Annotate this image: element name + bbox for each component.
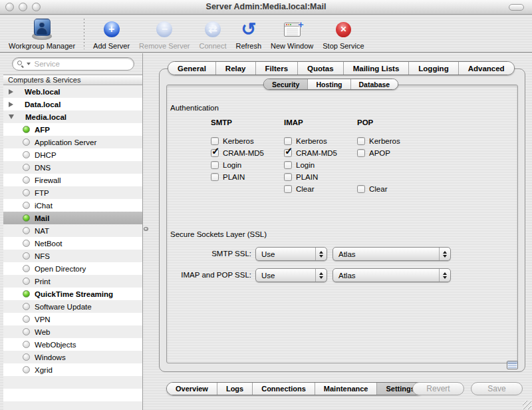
toolbar-item-stop-service[interactable]: ✕Stop Service (323, 17, 364, 50)
toolbar-item-workgroup-manager[interactable]: Workgroup Manager (9, 17, 75, 50)
tab-quotas[interactable]: Quotas (298, 62, 344, 75)
checkbox-unchecked[interactable] (357, 137, 365, 145)
sidebar-service-firewall[interactable]: Firewall (3, 174, 142, 186)
sidebar-service-dns[interactable]: DNS (3, 161, 142, 174)
status-dot-off (23, 176, 30, 184)
checkbox-checked[interactable]: ✓ (211, 149, 219, 157)
checkbox-unchecked[interactable] (211, 173, 219, 181)
auth-option-row: ✓CRAM-MD5 (211, 147, 284, 159)
auth-column-header: POP (357, 118, 430, 128)
resize-grip[interactable] (523, 401, 531, 409)
sidebar-service-software-update[interactable]: Software Update (3, 300, 142, 313)
popup-selected-value: Use (261, 250, 275, 258)
title-bar: Server Admin:Media.local:Mail (0, 0, 532, 15)
toolbar-item-connect[interactable]: ⇄Connect (200, 17, 227, 50)
toolbar-toggle-pill[interactable] (509, 4, 524, 11)
sidebar-service-print[interactable]: Print (3, 275, 142, 288)
window-title: Server Admin:Media.local:Mail (0, 0, 532, 15)
disclosure-triangle-icon[interactable] (9, 89, 13, 95)
sidebar: Service Computers & Services Web.localDa… (3, 53, 143, 410)
checkbox-label: Clear (296, 185, 314, 193)
tab-filters[interactable]: Filters (256, 62, 299, 75)
toolbar-item-new-window[interactable]: +New Window (271, 17, 313, 50)
disclosure-triangle-icon[interactable] (9, 102, 13, 107)
status-dot-off (23, 366, 30, 373)
tab-advanced[interactable]: Advanced (459, 62, 514, 75)
ssl-mode-popup[interactable]: Use (255, 247, 327, 261)
sidebar-service-webobjects[interactable]: WebObjects (3, 338, 142, 351)
sidebar-service-nat[interactable]: NAT (3, 224, 142, 237)
checkbox-label: Kerberos (369, 137, 400, 145)
sidebar-service-vpn[interactable]: VPN (3, 313, 142, 325)
auth-option-row: Kerberos (357, 135, 430, 147)
bottom-tab-maintenance[interactable]: Maintenance (315, 383, 378, 395)
service-label: Windows (35, 353, 66, 361)
status-dot-off (23, 252, 30, 260)
status-dot-off (23, 328, 30, 335)
status-dot-off (23, 240, 30, 247)
sidebar-server-data-local[interactable]: Data.local (3, 98, 142, 110)
list-header: Computers & Services (3, 75, 142, 85)
sidebar-service-open-directory[interactable]: Open Directory (3, 262, 142, 275)
sidebar-service-dhcp[interactable]: DHCP (3, 148, 142, 161)
subtab-security[interactable]: Security (264, 79, 308, 89)
bottom-tab-overview[interactable]: Overview (167, 383, 217, 395)
revert-button[interactable]: Revert (412, 382, 464, 395)
sidebar-service-netboot[interactable]: NetBoot (3, 237, 142, 250)
save-button[interactable]: Save (471, 382, 523, 395)
sidebar-service-ichat[interactable]: iChat (3, 199, 142, 212)
toolbar-item-remove-server[interactable]: −Remove Server (139, 17, 190, 50)
service-label: FTP (35, 189, 49, 197)
sidebar-service-windows[interactable]: Windows (3, 351, 142, 363)
sidebar-service-nfs[interactable]: NFS (3, 250, 142, 262)
search-scope-caret-icon[interactable] (27, 63, 31, 65)
sidebar-service-quicktime-streaming[interactable]: QuickTime Streaming (3, 288, 142, 300)
toolbar-item-add-server[interactable]: +Add Server (93, 17, 130, 50)
checkbox-unchecked[interactable] (284, 161, 292, 169)
checkbox-unchecked[interactable] (284, 185, 292, 193)
toolbar-item-refresh[interactable]: ↺Refresh (236, 17, 262, 50)
checkbox-unchecked[interactable] (284, 173, 292, 181)
tab-relay[interactable]: Relay (216, 62, 256, 75)
sidebar-service-web[interactable]: Web (3, 325, 142, 338)
disclosure-triangle-icon[interactable] (9, 114, 14, 119)
service-label: Open Directory (35, 265, 86, 273)
popup-stepper-icon (315, 248, 327, 260)
empty-list-row (3, 401, 142, 410)
status-dot-off (23, 138, 30, 146)
ssl-mode-popup[interactable]: Use (255, 268, 327, 282)
sidebar-service-afp[interactable]: AFP (3, 123, 142, 136)
drawer-toggle-button[interactable] (507, 361, 518, 369)
sidebar-server-web-local[interactable]: Web.local (3, 85, 142, 98)
sidebar-service-ftp[interactable]: FTP (3, 186, 142, 199)
tab-mailing-lists[interactable]: Mailing Lists (344, 62, 410, 75)
tab-general[interactable]: General (168, 62, 216, 75)
tab-logging[interactable]: Logging (409, 62, 458, 75)
sidebar-server-media-local[interactable]: Media.local (3, 110, 142, 123)
auth-column-header: SMTP (211, 118, 284, 128)
checkbox-unchecked[interactable] (357, 149, 365, 157)
checkbox-unchecked[interactable] (284, 137, 292, 145)
checkbox-unchecked[interactable] (357, 185, 365, 193)
subtab-database[interactable]: Database (351, 79, 398, 89)
bottom-tab-connections[interactable]: Connections (253, 383, 315, 395)
popup-stepper-icon (439, 269, 450, 282)
checkbox-unchecked[interactable] (211, 137, 219, 145)
subtab-hosting[interactable]: Hosting (308, 79, 350, 89)
search-input[interactable]: Service (12, 57, 134, 71)
checkbox-checked[interactable]: ✓ (284, 149, 292, 157)
bottom-tab-logs[interactable]: Logs (217, 383, 253, 395)
checkbox-unchecked[interactable] (211, 161, 219, 169)
checkmark-icon: ✓ (211, 145, 220, 157)
service-label: DHCP (35, 151, 57, 159)
popup-stepper-icon (439, 248, 450, 260)
search-icon[interactable] (17, 61, 25, 68)
sidebar-service-application-server[interactable]: Application Server (3, 136, 142, 148)
sidebar-service-mail[interactable]: Mail (3, 212, 142, 224)
auth-option-row: PLAIN (211, 171, 284, 183)
splitter-dimple[interactable] (144, 227, 148, 231)
ssl-certificate-popup[interactable]: Atlas (332, 268, 451, 282)
remove-server-icon: − (156, 17, 172, 41)
sidebar-service-xgrid[interactable]: Xgrid (3, 363, 142, 376)
ssl-certificate-popup[interactable]: Atlas (332, 247, 451, 261)
